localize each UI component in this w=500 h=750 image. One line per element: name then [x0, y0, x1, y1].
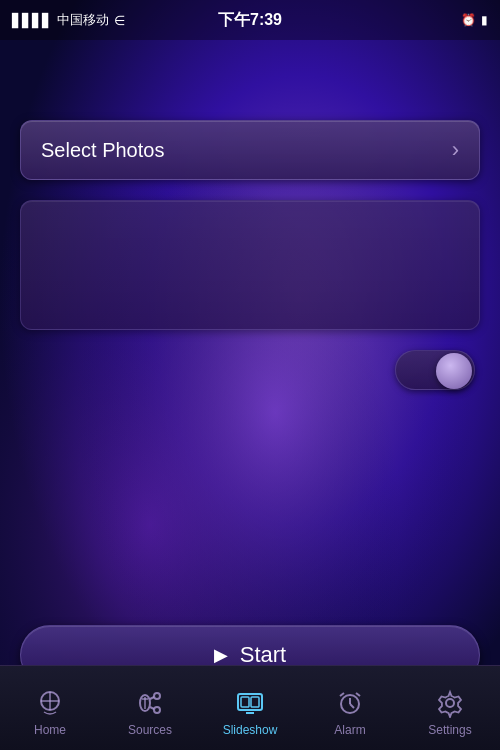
alarm-icon — [335, 688, 365, 718]
tab-slideshow-label: Slideshow — [223, 723, 278, 737]
svg-point-22 — [446, 699, 454, 707]
svg-point-7 — [154, 707, 160, 713]
settings-icon — [435, 688, 465, 718]
svg-point-6 — [154, 693, 160, 699]
tab-alarm[interactable]: Alarm — [300, 666, 400, 750]
tab-slideshow[interactable]: Slideshow — [200, 666, 300, 750]
tab-home-label: Home — [34, 723, 66, 737]
tab-sources-label: Sources — [128, 723, 172, 737]
carrier-label: 中国移动 — [57, 11, 109, 29]
toggle-knob — [436, 353, 472, 389]
svg-line-11 — [150, 697, 154, 699]
svg-rect-15 — [251, 697, 259, 707]
svg-line-19 — [350, 704, 354, 708]
select-photos-label: Select Photos — [41, 139, 164, 162]
svg-line-12 — [150, 707, 154, 709]
svg-line-20 — [340, 693, 344, 696]
status-left: ▋▋▋▋ 中国移动 ∈ — [12, 11, 125, 29]
toggle-area — [20, 350, 480, 390]
wifi-icon: ∈ — [114, 13, 125, 28]
status-bar: ▋▋▋▋ 中国移动 ∈ 下午7:39 ⏰ ▮ — [0, 0, 500, 40]
tab-alarm-label: Alarm — [334, 723, 365, 737]
content-area: Select Photos › ▶ Start — [0, 80, 500, 705]
signal-icon: ▋▋▋▋ — [12, 13, 52, 28]
sources-icon — [135, 688, 165, 718]
tab-settings[interactable]: Settings — [400, 666, 500, 750]
play-icon: ▶ — [214, 644, 228, 666]
home-icon — [35, 688, 65, 718]
svg-line-21 — [356, 693, 360, 696]
select-photos-button[interactable]: Select Photos › — [20, 120, 480, 180]
toggle-switch[interactable] — [395, 350, 475, 390]
svg-rect-14 — [241, 697, 249, 707]
tab-home[interactable]: Home — [0, 666, 100, 750]
alarm-status-icon: ⏰ — [461, 13, 476, 27]
content-panel — [20, 200, 480, 330]
battery-icon: ▮ — [481, 13, 488, 27]
tab-settings-label: Settings — [428, 723, 471, 737]
tab-bar: Home Sources Slideshow — [0, 665, 500, 750]
slideshow-icon — [235, 688, 265, 718]
tab-sources[interactable]: Sources — [100, 666, 200, 750]
status-time: 下午7:39 — [218, 10, 282, 31]
status-right: ⏰ ▮ — [461, 13, 488, 27]
chevron-right-icon: › — [452, 137, 459, 163]
